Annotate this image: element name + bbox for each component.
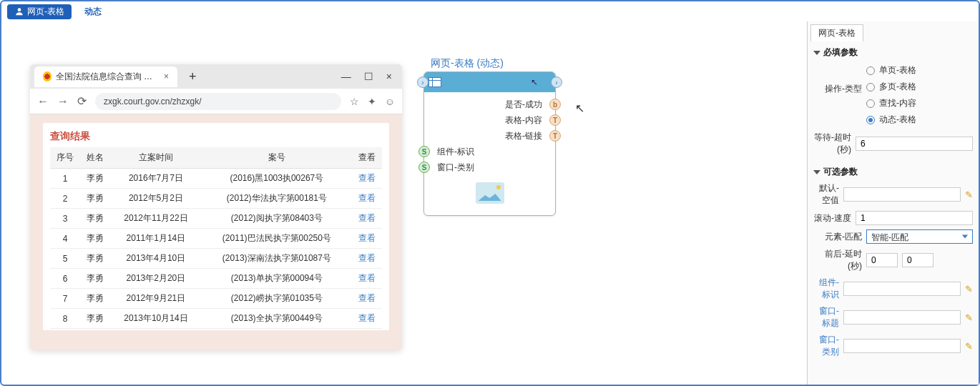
tab-close-icon[interactable]: × [164, 71, 169, 81]
minimize-icon[interactable]: — [341, 71, 351, 82]
edit-icon[interactable]: ✎ [965, 340, 973, 352]
back-button[interactable]: ← [37, 95, 49, 108]
port-bool[interactable]: b [549, 99, 561, 110]
input-comp-id[interactable] [843, 282, 961, 296]
view-link[interactable]: 查看 [352, 249, 382, 269]
node-header[interactable]: › ↖ › [424, 72, 555, 92]
view-link[interactable]: 查看 [352, 329, 382, 331]
node-box[interactable]: › ↖ › 是否-成功 b 表格-内容 T 表格-链接 [423, 71, 556, 216]
label-comp-id[interactable]: 组件-标识 [813, 277, 839, 301]
label-op-type: 操作-类型 [813, 63, 862, 95]
label-win-type[interactable]: 窗口-类别 [813, 334, 839, 358]
port-string[interactable]: S [418, 162, 430, 173]
view-link[interactable]: 查看 [352, 169, 382, 189]
radio-option[interactable]: 动态-表格 [866, 114, 916, 126]
cell-num: 6 [50, 269, 80, 289]
cell-case: (2013)襄阳法执字第00926号 [202, 329, 352, 331]
table-header-row: 序号 姓名 立案时间 案号 查看 [50, 147, 382, 169]
input-delay-after[interactable] [902, 253, 934, 267]
new-tab-button[interactable]: + [189, 69, 197, 84]
input-row: S 组件-标识 [424, 144, 555, 159]
table-row: 2 李勇 2012年5月2日 (2012)华法执字第00181号 查看 [50, 189, 382, 209]
cursor-node-icon: ↖ [531, 77, 538, 87]
header-bar: 网页-表格 动态 [1, 1, 979, 21]
extensions-icon[interactable]: ✦ [368, 96, 376, 107]
view-link[interactable]: 查看 [352, 269, 382, 289]
cell-name: 李勇 [80, 209, 110, 229]
label-default-empty: 默认-空值 [813, 182, 839, 207]
radio-icon [866, 83, 875, 91]
edit-icon[interactable]: ✎ [965, 312, 973, 323]
maximize-icon[interactable]: ☐ [364, 71, 373, 82]
output-label: 是否-成功 [505, 99, 542, 111]
cell-num: 1 [50, 169, 80, 189]
browser-window: 全国法院信息综合查询 - 综合查 × + — ☐ × ← → ⟳ zxgk.co… [30, 64, 402, 350]
edit-icon[interactable]: ✎ [965, 283, 973, 295]
section-header-required[interactable]: 必填参数 [813, 44, 973, 61]
window-controls: — ☐ × [341, 71, 398, 82]
cell-name: 李勇 [80, 229, 110, 249]
label-scroll-speed: 滚动-速度 [813, 212, 851, 224]
canvas[interactable]: 全国法院信息综合查询 - 综合查 × + — ☐ × ← → ⟳ zxgk.co… [1, 21, 807, 385]
input-scroll-speed[interactable] [856, 211, 973, 225]
input-win-title[interactable] [843, 310, 961, 325]
view-link[interactable]: 查看 [352, 289, 382, 309]
cell-num: 9 [50, 329, 80, 331]
port-table[interactable]: T [549, 130, 561, 142]
svg-point-0 [18, 8, 21, 11]
person-icon [14, 6, 24, 16]
cell-num: 5 [50, 249, 80, 269]
cell-name: 李勇 [80, 249, 110, 269]
cell-date: 2016年7月7日 [110, 169, 202, 189]
radio-option[interactable]: 单页-表格 [866, 64, 916, 76]
browser-tab[interactable]: 全国法院信息综合查询 - 综合查 × [34, 66, 177, 87]
header-badge: 动态 [77, 5, 109, 19]
cell-num: 2 [50, 189, 80, 209]
profile-icon[interactable]: ☺ [385, 96, 395, 107]
exec-in-port[interactable]: › [417, 76, 428, 88]
table-row: 9 李勇 2013年10月22日 (2013)襄阳法执字第00926号 查看 [50, 329, 382, 331]
input-default-empty[interactable] [843, 187, 961, 202]
app-frame: 网页-表格 动态 全国法院信息综合查询 - 综合查 × + — ☐ [0, 0, 980, 386]
cell-name: 李勇 [80, 289, 110, 309]
section-header-optional[interactable]: 可选参数 [813, 164, 973, 180]
favicon-icon [43, 71, 52, 81]
cell-num: 3 [50, 209, 80, 229]
panel-tab[interactable]: 网页-表格 [810, 24, 863, 41]
reload-button[interactable]: ⟳ [77, 94, 87, 108]
close-icon[interactable]: × [386, 71, 392, 82]
port-string[interactable]: S [418, 146, 430, 157]
input-timeout[interactable] [856, 137, 973, 151]
star-icon[interactable]: ☆ [350, 96, 359, 107]
cell-num: 8 [50, 309, 80, 329]
cell-date: 2013年10月14日 [110, 309, 202, 329]
radio-option[interactable]: 查找-内容 [866, 97, 916, 109]
radio-icon [866, 66, 875, 75]
input-win-type[interactable] [843, 339, 961, 353]
view-link[interactable]: 查看 [352, 229, 382, 249]
optional-section: 可选参数 默认-空值 ✎ 滚动-速度 元素-匹配 智能-匹配 [808, 161, 979, 363]
port-table[interactable]: T [549, 114, 561, 126]
col-date: 立案时间 [110, 147, 202, 169]
forward-button[interactable]: → [57, 95, 69, 108]
radio-option[interactable]: 多页-表格 [866, 81, 916, 93]
cell-date: 2012年11月22日 [110, 209, 202, 229]
exec-out-port[interactable]: › [551, 76, 562, 88]
chevron-down-icon [962, 235, 968, 239]
cell-date: 2012年9月21日 [110, 289, 202, 309]
chevron-down-icon [813, 51, 820, 55]
view-link[interactable]: 查看 [352, 189, 382, 209]
select-element-match[interactable]: 智能-匹配 [866, 229, 973, 244]
input-delay-before[interactable] [866, 253, 898, 267]
url-bar[interactable]: zxgk.court.gov.cn/zhzxgk/ [95, 93, 341, 110]
view-link[interactable]: 查看 [352, 309, 382, 329]
col-num: 序号 [50, 147, 80, 169]
edit-icon[interactable]: ✎ [965, 189, 973, 200]
content-area: 全国法院信息综合查询 - 综合查 × + — ☐ × ← → ⟳ zxgk.co… [1, 21, 979, 385]
view-link[interactable]: 查看 [352, 209, 382, 229]
table-row: 3 李勇 2012年11月22日 (2012)阅执字第08403号 查看 [50, 209, 382, 229]
label-win-title[interactable]: 窗口-标题 [813, 305, 839, 330]
results-table: 序号 姓名 立案时间 案号 查看 1 李勇 2016年7月7日 (2016)黑1… [50, 147, 382, 330]
header-title: 网页-表格 [27, 6, 64, 18]
page-heading: 查询结果 [50, 130, 382, 143]
